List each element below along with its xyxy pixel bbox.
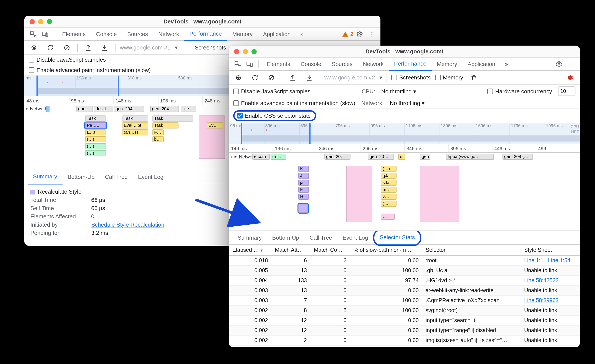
tab-console[interactable]: Console: [295, 57, 326, 70]
flame-block[interactable]: [346, 166, 372, 222]
disable-js-checkbox[interactable]: Disable JavaScript samples: [233, 88, 310, 94]
flame-entry[interactable]: (an…s): [122, 129, 148, 135]
settings-icon[interactable]: [553, 61, 565, 68]
device-toolbar-icon[interactable]: [244, 61, 256, 68]
flame-entry[interactable]: Task: [152, 122, 178, 128]
flame-entry[interactable]: K: [298, 166, 309, 172]
paint-instrumentation-checkbox[interactable]: Enable advanced paint instrumentation (s…: [233, 100, 355, 106]
tab-sources[interactable]: Sources: [122, 28, 153, 41]
detail-tab-bottomup[interactable]: Bottom-Up: [62, 170, 100, 184]
detail-tab-calltree[interactable]: Call Tree: [305, 231, 337, 245]
detail-tab-bottomup[interactable]: Bottom-Up: [267, 231, 304, 245]
flame-entry[interactable]: H: [298, 194, 309, 200]
col-header[interactable]: Style Sheet: [521, 245, 580, 255]
issues-counter[interactable]: 2: [342, 31, 354, 38]
paint-instrumentation-checkbox[interactable]: Enable advanced paint instrumentation (s…: [29, 67, 151, 73]
net-item[interactable]: gen_20…: [325, 154, 350, 160]
flame-entry[interactable]: Eval…ipt: [122, 122, 148, 128]
titlebar[interactable]: DevTools - www.google.com/: [24, 16, 381, 28]
titlebar[interactable]: DevTools - www.google.com/: [229, 46, 580, 58]
stylesheet-link[interactable]: Line 58:39963: [524, 297, 559, 303]
flame-task[interactable]: Task: [85, 115, 106, 122]
flame-entry[interactable]: (…): [85, 150, 106, 156]
detail-tab-summary[interactable]: Summary: [232, 231, 267, 245]
net-item[interactable]: goo…: [77, 106, 93, 112]
flame-task[interactable]: Task: [122, 115, 148, 122]
clear-icon[interactable]: [265, 74, 277, 81]
tab-network[interactable]: Network: [358, 57, 389, 70]
kebab-menu-icon[interactable]: ⋮: [366, 31, 378, 37]
recording-selector[interactable]: www.google.com #1: [120, 44, 170, 51]
flame-entry[interactable]: ja: [298, 180, 309, 186]
flame-entry[interactable]: Pa…L: [85, 122, 106, 128]
upload-icon[interactable]: [287, 74, 299, 81]
flame-entry[interactable]: v…: [381, 194, 397, 200]
col-header[interactable]: Elapsed …▼: [229, 245, 271, 255]
table-row[interactable]: 0.002200.00img:is([sizes="auto" i], [siz…: [229, 335, 580, 345]
tab-network[interactable]: Network: [153, 28, 184, 41]
detail-tab-summary[interactable]: Summary: [28, 170, 62, 184]
screenshots-checkbox[interactable]: Screenshots: [187, 44, 226, 51]
flame-entry-selected[interactable]: [298, 204, 308, 213]
hw-concurrency-checkbox[interactable]: Hardware concurrency: [487, 88, 552, 94]
network-throttle-select[interactable]: No throttling ▾: [390, 100, 425, 106]
flame-entry[interactable]: Ev…: [207, 122, 223, 128]
record-icon[interactable]: [232, 74, 245, 81]
time-axis[interactable]: 146 ms196 ms246 ms296 ms346 ms396 ms446 …: [229, 144, 580, 153]
table-row[interactable]: 0.004133097.74.HG1dvd > *Line 58:42522: [229, 275, 580, 285]
stylesheet-link[interactable]: Line 1:1: [524, 257, 544, 264]
upload-icon[interactable]: [82, 44, 94, 51]
settings-icon[interactable]: [354, 31, 366, 38]
flame-entry[interactable]: gJa: [381, 173, 397, 179]
clear-icon[interactable]: [61, 44, 73, 51]
flame-entry[interactable]: J: [298, 173, 309, 179]
kebab-menu-icon[interactable]: ⋮: [565, 61, 577, 67]
col-header[interactable]: Match Att…: [271, 245, 310, 255]
net-item[interactable]: c: [398, 154, 405, 160]
flame-entry[interactable]: (…): [85, 143, 106, 149]
stylesheet-link[interactable]: Line 1:54: [548, 257, 570, 264]
flame-chart[interactable]: ▸ Network e.com m=… gen_20… gen_20… c ge…: [229, 153, 580, 231]
tab-elements[interactable]: Elements: [57, 28, 91, 41]
net-item[interactable]: deskt…: [94, 106, 113, 112]
detail-tab-eventlog[interactable]: Event Log: [337, 231, 373, 245]
marker[interactable]: [46, 106, 50, 112]
flame-entry[interactable]: …: [381, 214, 395, 220]
net-item[interactable]: hpba (www.go…: [446, 154, 494, 160]
col-header[interactable]: Match Co…: [310, 245, 350, 255]
download-icon[interactable]: [99, 44, 111, 51]
table-row[interactable]: 0.00370100.00.CqmPRe:active .oXqZxc span…: [229, 295, 580, 305]
inspect-icon[interactable]: [232, 61, 244, 68]
tab-memory[interactable]: Memory: [432, 57, 462, 70]
detail-tab-selectorstats[interactable]: Selector Stats: [378, 231, 417, 245]
disable-js-checkbox[interactable]: Disable JavaScript samples: [29, 56, 106, 63]
detail-tab-calltree[interactable]: Call Tree: [100, 170, 133, 184]
net-item[interactable]: gen_20…: [368, 154, 394, 160]
flame-entry[interactable]: E…t: [85, 129, 106, 135]
more-tabs-icon[interactable]: »: [296, 31, 308, 37]
stylesheet-link[interactable]: Line 58:42522: [524, 277, 559, 283]
flame-entry[interactable]: F: [298, 187, 309, 193]
network-lane-label[interactable]: Network: [26, 106, 48, 111]
dropdown-caret-icon[interactable]: ▾: [379, 74, 382, 81]
net-item[interactable]: gen_204 (…: [503, 154, 533, 160]
table-row[interactable]: 0.0021200.00input[type="search" i]Unable…: [229, 315, 580, 325]
flame-block[interactable]: [420, 166, 459, 222]
tab-performance[interactable]: Performance: [389, 57, 432, 71]
tab-elements[interactable]: Elements: [262, 57, 295, 70]
net-item[interactable]: gen_204 …: [114, 106, 144, 112]
tab-memory[interactable]: Memory: [227, 28, 258, 41]
table-row[interactable]: 0.018620.00:rootLine 1:1 , Line 1:54: [229, 255, 580, 266]
net-item[interactable]: e.com: [252, 154, 270, 160]
detail-tab-eventlog[interactable]: Event Log: [133, 170, 169, 184]
net-item[interactable]: m=…: [270, 154, 286, 160]
flame-entry[interactable]: [199, 115, 225, 159]
overview-timeline[interactable]: 96 ms396 ms596 ms796 ms996 ms1196 ms1396…: [229, 123, 580, 144]
flame-entry[interactable]: (…): [85, 136, 106, 142]
net-item[interactable]: gen: [420, 154, 430, 160]
css-selector-stats-checkbox[interactable]: Enable CSS selector stats: [237, 112, 311, 119]
inspect-icon[interactable]: [27, 31, 39, 38]
reload-icon[interactable]: [249, 74, 261, 81]
table-row[interactable]: 0.0021200.00input[type="range" i]:disabl…: [229, 325, 580, 335]
download-icon[interactable]: [303, 74, 315, 81]
